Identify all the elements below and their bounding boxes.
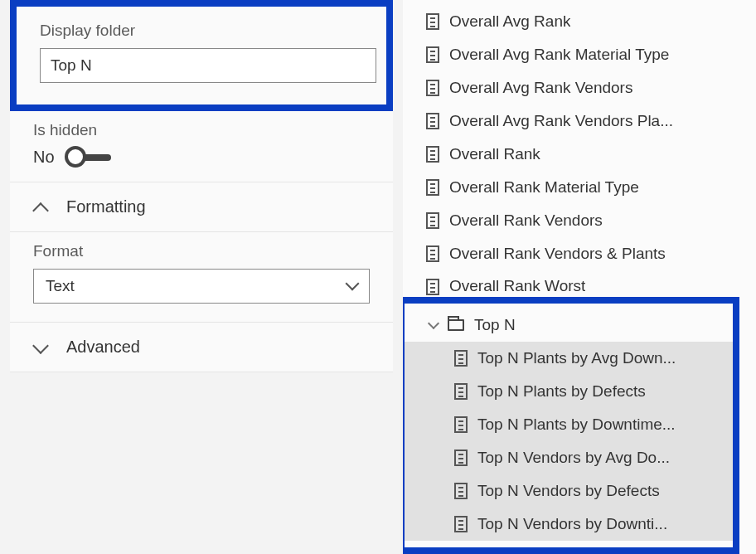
- measure-icon: [426, 46, 439, 63]
- measure-icon: [454, 383, 468, 400]
- measure-label: Overall Avg Rank Vendors: [449, 79, 632, 97]
- is-hidden-value: No: [33, 148, 55, 167]
- measure-item[interactable]: Overall Rank Vendors & Plants: [426, 237, 756, 270]
- measure-label: Top N Plants by Downtime...: [477, 416, 676, 434]
- format-select[interactable]: Text: [33, 269, 370, 304]
- measure-item[interactable]: Top N Vendors by Downti...: [405, 508, 733, 541]
- properties-pane: Display folder Is hidden No Formatting F…: [0, 0, 403, 554]
- measure-item[interactable]: Top N Vendors by Avg Do...: [405, 441, 733, 474]
- measure-label: Overall Rank Vendors & Plants: [449, 245, 666, 263]
- measure-label: Top N Vendors by Downti...: [477, 515, 667, 533]
- measure-item[interactable]: Overall Rank Worst: [426, 270, 756, 295]
- advanced-header: Advanced: [66, 338, 140, 357]
- measure-label: Overall Rank Material Type: [449, 178, 639, 197]
- measure-label: Overall Avg Rank Vendors Pla...: [449, 112, 673, 130]
- measure-item[interactable]: Overall Rank Material Type: [426, 171, 756, 204]
- measure-icon: [454, 450, 468, 466]
- measure-item[interactable]: Overall Avg Rank: [426, 5, 756, 38]
- format-label: Format: [33, 242, 370, 260]
- folder-row[interactable]: Top N: [405, 309, 733, 342]
- measure-icon: [426, 212, 439, 229]
- is-hidden-toggle[interactable]: [66, 154, 111, 161]
- fields-list: Downtime Minutes Overall Avg Rank Overal…: [403, 0, 756, 295]
- formatting-header-row[interactable]: Formatting: [10, 182, 393, 232]
- measure-item[interactable]: Overall Avg Rank Material Type: [426, 38, 756, 71]
- measure-label: Top N Plants by Avg Down...: [477, 349, 676, 367]
- measure-icon: [454, 483, 468, 499]
- measure-icon: [454, 516, 468, 532]
- is-hidden-label: Is hidden: [33, 121, 370, 139]
- measure-label: Overall Avg Rank Material Type: [449, 46, 669, 64]
- measure-icon: [426, 245, 439, 262]
- measure-label: Top N Vendors by Defects: [477, 482, 660, 500]
- measure-icon: [454, 350, 468, 367]
- measure-label: Downtime Minutes: [449, 0, 579, 1]
- measure-label: Overall Rank: [449, 145, 540, 163]
- measure-label: Overall Rank Vendors: [449, 211, 603, 230]
- chevron-down-icon: [33, 340, 48, 355]
- measure-item[interactable]: Top N Plants by Avg Down...: [405, 342, 733, 375]
- formatting-header: Formatting: [66, 197, 146, 216]
- is-hidden-section: Is hidden No: [10, 111, 393, 182]
- advanced-header-row[interactable]: Advanced: [10, 323, 393, 372]
- chevron-down-icon: [429, 321, 438, 329]
- measure-label: Top N Plants by Defects: [477, 382, 646, 401]
- chevron-up-icon: [33, 200, 48, 215]
- measure-icon: [426, 80, 439, 96]
- measure-item[interactable]: Overall Avg Rank Vendors: [426, 71, 756, 104]
- topn-folder-group: Top N Top N Plants by Avg Down... Top N …: [403, 297, 739, 554]
- measure-item[interactable]: Top N Plants by Defects: [405, 375, 733, 408]
- format-selected-value: Text: [46, 277, 75, 295]
- display-folder-section: Display folder: [10, 0, 393, 111]
- measure-label: Overall Avg Rank: [449, 12, 570, 31]
- measure-label: Top N Vendors by Avg Do...: [477, 449, 670, 467]
- display-folder-input[interactable]: [40, 48, 376, 83]
- folder-name: Top N: [474, 316, 516, 334]
- format-section: Format Text: [10, 232, 393, 323]
- measure-icon: [426, 279, 439, 295]
- measure-icon: [426, 146, 439, 163]
- measure-item[interactable]: Overall Avg Rank Vendors Pla...: [426, 104, 756, 138]
- measure-item[interactable]: Top N Plants by Downtime...: [405, 408, 733, 441]
- fields-pane: Downtime Minutes Overall Avg Rank Overal…: [403, 0, 756, 554]
- measure-icon: [454, 416, 468, 433]
- measure-label: Overall Rank Worst: [449, 277, 585, 295]
- chevron-down-icon: [346, 280, 357, 292]
- folder-icon: [448, 319, 464, 331]
- display-folder-label: Display folder: [40, 22, 363, 40]
- measure-item[interactable]: Overall Rank: [426, 138, 756, 171]
- measure-icon: [426, 113, 439, 129]
- measure-icon: [426, 13, 439, 30]
- measure-item[interactable]: Top N Vendors by Defects: [405, 474, 733, 508]
- measure-item[interactable]: Overall Rank Vendors: [426, 204, 756, 237]
- measure-icon: [426, 179, 439, 196]
